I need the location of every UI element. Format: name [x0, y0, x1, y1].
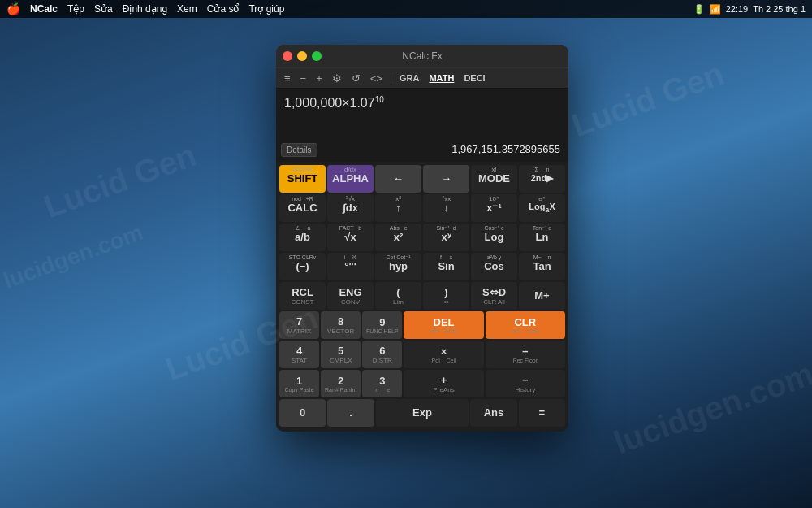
key-2[interactable]: 2 Ran# RanInt: [321, 370, 361, 397]
menubar-right: 🔋 📶 22:19 Th 2 25 thg 1: [693, 4, 806, 15]
sqrt-key[interactable]: FACT b √x: [327, 224, 374, 251]
minimize-button[interactable]: [297, 51, 307, 61]
close-paren-key[interactable]: ) ∞: [423, 282, 469, 310]
battery-icon: 🔋: [693, 4, 705, 15]
key-5[interactable]: 5 CMPLX: [321, 341, 361, 368]
keypad-row-1: SOLVE SHIFT d/dx ALPHA ← → x! MODE Σ n 2…: [279, 165, 565, 193]
degree-key[interactable]: i % °''': [327, 253, 374, 280]
date: Th 2 25 thg 1: [753, 4, 806, 14]
multiply-key[interactable]: × Pol Ceil: [404, 341, 483, 368]
keypad-row-8: 1 Copy Paste 2 Ran# RanInt 3 π e + PreAn…: [279, 370, 565, 397]
keypad-row-3: ∠ a a/b FACT b √x Abs c x² Sin⁻¹ d xʸ Co…: [279, 224, 565, 251]
tan-key[interactable]: M− n Tan: [519, 253, 565, 280]
apple-logo[interactable]: 🍎: [6, 2, 20, 15]
alpha-key[interactable]: d/dx ALPHA: [327, 165, 374, 193]
refresh-icon[interactable]: ↺: [348, 71, 364, 86]
wifi-icon: 📶: [710, 4, 721, 15]
menubar-left: 🍎 NCalc Tệp Sửa Định dạng Xem Cửa sổ Trợ…: [6, 2, 684, 15]
key-9[interactable]: 9 FUNC HELP: [362, 311, 402, 339]
hyp-key[interactable]: Cot Cot⁻¹ hyp: [375, 253, 421, 280]
fraction-key[interactable]: ∠ a a/b: [279, 224, 326, 251]
log-base-key[interactable]: eˣ LogaX: [519, 194, 565, 222]
negative-key[interactable]: STO CLRv (−): [279, 253, 326, 280]
cos-key[interactable]: a²/b y Cos: [471, 253, 517, 280]
plus-key[interactable]: + PreAns: [404, 370, 483, 397]
mplus-key[interactable]: M+: [519, 282, 565, 310]
key-6[interactable]: 6 DISTR: [362, 341, 402, 368]
minus-key[interactable]: − History: [486, 370, 565, 397]
clr-key[interactable]: CLR nCr LCM: [486, 311, 565, 339]
menubar-edit[interactable]: Sửa: [94, 3, 113, 15]
ln-key[interactable]: Tan⁻¹ e Ln: [519, 224, 565, 251]
traffic-lights: [283, 51, 322, 61]
divide-key[interactable]: ÷ Rec Floor: [486, 341, 565, 368]
toolbar: ≡ − + ⚙ ↺ <> GRA MATH DECI: [276, 67, 568, 89]
calculator-window: NCalc Fx ≡ − + ⚙ ↺ <> GRA MATH DECI 1,00…: [276, 45, 568, 432]
menubar-icons: 🔋 📶 22:19 Th 2 25 thg 1: [693, 4, 806, 15]
mode-deci[interactable]: DECI: [460, 72, 488, 85]
display-input: 1,000,000×1.0710: [284, 95, 560, 119]
window-title: NCalc Fx: [402, 50, 442, 62]
code-icon[interactable]: <>: [367, 71, 386, 86]
log-key[interactable]: Cos⁻¹ c Log: [471, 224, 517, 251]
keypad-row-2: nod +R CALC ³√x ∫dx x³ ↑ ⁴√x ↓ 10ˣ x⁻¹ e…: [279, 194, 565, 222]
menubar-file[interactable]: Tệp: [67, 3, 84, 15]
rcl-key[interactable]: RCL CONST: [279, 282, 326, 310]
ans-key[interactable]: Ans: [470, 399, 516, 427]
key-8[interactable]: 8 VECTOR: [321, 311, 361, 339]
x-squared-key[interactable]: Abs c x²: [375, 224, 421, 251]
mode-math[interactable]: MATH: [425, 72, 457, 85]
open-paren-key[interactable]: ( Lim: [375, 282, 421, 310]
settings-icon[interactable]: ⚙: [329, 71, 345, 86]
time: 22:19: [726, 4, 749, 14]
mode-key[interactable]: x! MODE: [471, 165, 517, 193]
integral-key[interactable]: ³√x ∫dx: [327, 194, 374, 222]
menubar-window[interactable]: Cửa sổ: [207, 3, 240, 15]
key-3[interactable]: 3 π e: [362, 370, 402, 397]
maximize-button[interactable]: [312, 51, 322, 61]
right-arrow-key[interactable]: →: [423, 165, 469, 193]
keypad-row-9: 0 . Exp Ans =: [279, 399, 565, 427]
x-inverse-key[interactable]: 10ˣ x⁻¹: [471, 194, 517, 222]
keypad-row-5: RCL CONST ENG CONV ( Lim ) ∞ S⇔D CLR All…: [279, 282, 565, 310]
menubar: 🍎 NCalc Tệp Sửa Định dạng Xem Cửa sổ Trợ…: [0, 0, 812, 18]
down-arrow-key[interactable]: ⁴√x ↓: [423, 194, 469, 222]
key-0[interactable]: 0: [279, 399, 326, 427]
keypad: SOLVE SHIFT d/dx ALPHA ← → x! MODE Σ n 2…: [276, 162, 568, 432]
menu-icon[interactable]: ≡: [281, 71, 294, 86]
decimal-key[interactable]: .: [327, 399, 374, 427]
keypad-row-6: 7 MATRIX 8 VECTOR 9 FUNC HELP DEL nPr GC…: [279, 311, 565, 339]
display-result: 1,967,151.3572895655: [451, 143, 560, 155]
equals-key[interactable]: =: [519, 399, 565, 427]
plus-icon[interactable]: +: [313, 71, 326, 86]
key-4[interactable]: 4 STAT: [279, 341, 319, 368]
menubar-help[interactable]: Trợ giúp: [248, 3, 284, 15]
second-key[interactable]: Σ n 2nd▶: [519, 165, 565, 193]
exp-key[interactable]: Exp: [376, 399, 469, 427]
menubar-app[interactable]: NCalc: [30, 3, 58, 15]
keypad-row-4: STO CLRv (−) i % °''' Cot Cot⁻¹ hyp f x …: [279, 253, 565, 280]
minus-icon[interactable]: −: [297, 71, 310, 86]
sin-key[interactable]: f x Sin: [423, 253, 469, 280]
x-power-y-key[interactable]: Sin⁻¹ d xʸ: [423, 224, 469, 251]
display: 1,000,000×1.0710 1,967,151.3572895655 De…: [276, 89, 568, 162]
keypad-row-7: 4 STAT 5 CMPLX 6 DISTR × Pol Ceil ÷ Rec …: [279, 341, 565, 368]
menubar-view[interactable]: Xem: [177, 3, 197, 15]
titlebar: NCalc Fx: [276, 45, 568, 67]
details-button[interactable]: Details: [281, 143, 317, 157]
close-button[interactable]: [283, 51, 292, 61]
eng-key[interactable]: ENG CONV: [327, 282, 374, 310]
menubar-format[interactable]: Định dạng: [123, 3, 167, 15]
shift-key[interactable]: SOLVE SHIFT: [279, 165, 326, 193]
key-1[interactable]: 1 Copy Paste: [279, 370, 319, 397]
toolbar-separator: [391, 72, 391, 84]
sod-key[interactable]: S⇔D CLR All: [471, 282, 517, 310]
mode-gra[interactable]: GRA: [396, 72, 422, 85]
calc-key[interactable]: nod +R CALC: [279, 194, 326, 222]
key-7[interactable]: 7 MATRIX: [279, 311, 319, 339]
up-arrow-key[interactable]: x³ ↑: [375, 194, 421, 222]
left-arrow-key[interactable]: ←: [375, 165, 421, 193]
del-key[interactable]: DEL nPr GCD: [404, 311, 483, 339]
